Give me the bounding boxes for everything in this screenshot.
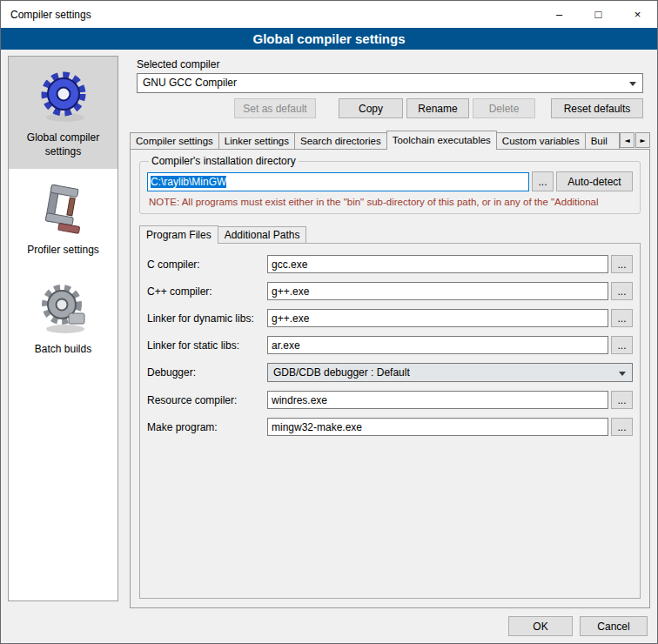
sidebar-item-batch-builds[interactable]: Batch builds [9, 268, 118, 367]
titlebar: Compiler settings – □ × [1, 1, 657, 28]
gray-gear-icon [36, 280, 91, 336]
minimize-button[interactable]: – [540, 1, 579, 28]
rename-button[interactable]: Rename [406, 98, 469, 118]
cpp-compiler-browse-button[interactable]: ... [611, 282, 633, 300]
toolchain-subtab-strip: Program Files Additional Paths [139, 225, 641, 244]
toolchain-executables-panel: Compiler's installation directory C:\ray… [130, 149, 650, 608]
form-row: Linker for static libs: ... [147, 336, 633, 354]
autodetect-button[interactable]: Auto-detect [556, 171, 633, 191]
static-linker-label: Linker for static libs: [147, 339, 267, 352]
tab-toolchain-executables[interactable]: Toolchain executables [386, 131, 497, 150]
copy-button[interactable]: Copy [339, 98, 403, 118]
compiler-actions: Set as default Copy Rename Delete Reset … [234, 98, 643, 118]
install-dir-input[interactable]: C:\raylib\MinGW [147, 172, 529, 191]
install-dir-note: NOTE: All programs must exist either in … [149, 197, 633, 207]
subtab-additional-paths[interactable]: Additional Paths [218, 226, 307, 243]
sidebar-item-label: Batch builds [35, 343, 91, 357]
sidebar-item-global-compiler-settings[interactable]: Global compiler settings [9, 57, 118, 169]
chevron-down-icon [629, 82, 636, 86]
form-row: Linker for dynamic libs: ... [147, 309, 633, 327]
install-dir-group: Compiler's installation directory C:\ray… [139, 155, 641, 214]
resource-compiler-browse-button[interactable]: ... [611, 391, 633, 409]
subtab-program-files[interactable]: Program Files [139, 225, 218, 244]
tab-scroll-left-button[interactable]: ◄ [620, 132, 634, 148]
settings-category-list: Global compiler settings Profiler settin… [8, 56, 118, 601]
make-program-label: Make program: [147, 421, 267, 433]
sidebar-item-profiler-settings[interactable]: Profiler settings [9, 169, 118, 268]
resource-compiler-input[interactable] [267, 391, 608, 409]
form-row: Resource compiler: ... [147, 391, 633, 409]
tab-custom-variables[interactable]: Custom variables [496, 132, 586, 149]
debugger-label: Debugger: [147, 366, 267, 379]
install-dir-browse-button[interactable]: ... [532, 171, 554, 191]
make-program-input[interactable] [267, 418, 608, 436]
tab-linker-settings[interactable]: Linker settings [218, 132, 295, 149]
install-dir-selected-text: C:\raylib\MinGW [151, 176, 226, 188]
c-compiler-input[interactable] [267, 255, 608, 273]
window-title: Compiler settings [1, 9, 91, 21]
compiler-settings-window: Compiler settings – □ × Global compiler … [0, 0, 658, 644]
form-row: C compiler: ... [147, 255, 633, 273]
make-program-browse-button[interactable]: ... [611, 418, 633, 436]
cpp-compiler-label: C++ compiler: [147, 285, 267, 298]
selected-compiler-select[interactable]: GNU GCC Compiler [137, 73, 643, 93]
install-dir-group-title: Compiler's installation directory [149, 155, 299, 167]
set-as-default-button[interactable]: Set as default [234, 98, 316, 118]
form-row: Debugger: GDB/CDB debugger : Default [147, 363, 633, 382]
dynamic-linker-browse-button[interactable]: ... [611, 309, 633, 327]
tab-scroll-buttons: ◄ ► [620, 132, 650, 148]
program-files-panel: C compiler: ... C++ compiler: ... Linker… [139, 243, 641, 599]
clamp-icon [36, 181, 91, 237]
resource-compiler-label: Resource compiler: [147, 394, 267, 406]
tab-build-options[interactable]: Buil [585, 132, 620, 149]
selected-compiler-value: GNU GCC Compiler [143, 77, 237, 89]
tab-search-directories[interactable]: Search directories [294, 132, 387, 149]
cancel-button[interactable]: Cancel [580, 616, 648, 636]
sidebar-item-label: Global compiler settings [12, 131, 114, 158]
cpp-compiler-input[interactable] [267, 282, 608, 300]
debugger-value: GDB/CDB debugger : Default [273, 366, 410, 379]
form-row: Make program: ... [147, 418, 633, 436]
static-linker-input[interactable] [267, 336, 608, 354]
dynamic-linker-input[interactable] [267, 309, 608, 327]
close-button[interactable]: × [618, 1, 657, 28]
settings-tab-strip: Compiler settings Linker settings Search… [130, 131, 650, 150]
maximize-button[interactable]: □ [579, 1, 618, 28]
static-linker-browse-button[interactable]: ... [611, 336, 633, 354]
ok-button[interactable]: OK [508, 616, 573, 636]
reset-defaults-button[interactable]: Reset defaults [551, 98, 643, 118]
blue-gear-icon [36, 69, 91, 124]
c-compiler-browse-button[interactable]: ... [611, 255, 633, 273]
window-controls: – □ × [540, 1, 657, 28]
sidebar-item-label: Profiler settings [27, 244, 99, 258]
tab-scroll-right-button[interactable]: ► [635, 132, 650, 148]
selected-compiler-label: Selected compiler [137, 58, 219, 70]
dynamic-linker-label: Linker for dynamic libs: [147, 312, 267, 325]
form-row: C++ compiler: ... [147, 282, 633, 300]
tab-compiler-settings[interactable]: Compiler settings [130, 132, 219, 149]
dialog-header-title: Global compiler settings [1, 28, 657, 50]
c-compiler-label: C compiler: [147, 258, 267, 271]
debugger-select[interactable]: GDB/CDB debugger : Default [267, 363, 633, 382]
chevron-down-icon [619, 372, 626, 376]
delete-button[interactable]: Delete [473, 98, 535, 118]
install-dir-row: C:\raylib\MinGW ... Auto-detect [147, 171, 633, 191]
